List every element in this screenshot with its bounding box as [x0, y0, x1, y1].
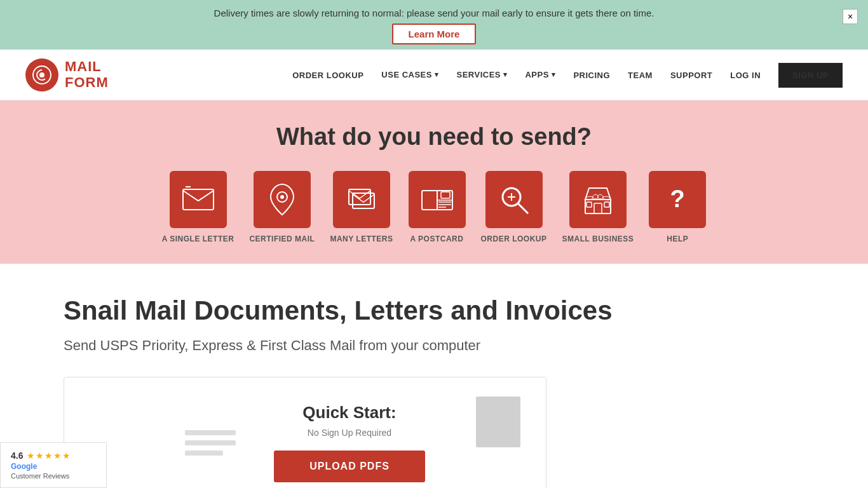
certified-mail-label: CERTIFIED MAIL: [249, 234, 315, 243]
navbar: MAIL FORM ORDER LOOKUP USE CASES SERVICE…: [0, 50, 868, 100]
logo-link[interactable]: MAIL FORM: [25, 58, 109, 92]
banner-message: Delivery times are slowly returning to n…: [38, 8, 830, 18]
quickstart-center: Quick Start: No Sign Up Required UPLOAD …: [274, 403, 425, 482]
icon-item-single-letter[interactable]: A SINGLE LETTER: [162, 171, 234, 243]
google-brand: Google: [11, 462, 96, 471]
google-reviews-badge: 4.6 ★★★★★ Google Customer Reviews: [0, 442, 107, 488]
order-lookup-icon: [485, 171, 543, 228]
postcard-icon: [409, 171, 466, 228]
help-label: HELP: [667, 234, 688, 243]
help-icon: ?: [649, 171, 706, 228]
google-rating: 4.6 ★★★★★: [11, 451, 96, 461]
main-subtitle: Send USPS Priority, Express & First Clas…: [64, 337, 804, 354]
nav-item-team[interactable]: TEAM: [628, 69, 653, 81]
letter-line-3: [185, 451, 223, 456]
postcard-label: A POSTCARD: [410, 234, 464, 243]
letter-line-1: [185, 430, 236, 435]
main-content: Snail Mail Documents, Letters and Invoic…: [0, 264, 868, 488]
nav-item-services[interactable]: SERVICES: [456, 70, 507, 79]
quickstart-card: Quick Start: No Sign Up Required UPLOAD …: [64, 377, 546, 488]
hero-section: What do you need to send? A SINGLE LETTE…: [0, 100, 868, 264]
quickstart-title: Quick Start:: [274, 403, 425, 423]
nav-item-pricing[interactable]: PRICING: [573, 69, 610, 81]
letter-preview: [185, 430, 236, 456]
rating-number: 4.6: [11, 451, 23, 461]
single-letter-label: A SINGLE LETTER: [162, 234, 234, 243]
icon-item-certified-mail[interactable]: CERTIFIED MAIL: [249, 171, 315, 243]
svg-rect-21: [594, 203, 602, 214]
svg-rect-23: [604, 202, 609, 207]
svg-rect-12: [441, 192, 450, 198]
svg-rect-2: [183, 189, 214, 210]
stamp-decoration: [476, 396, 520, 447]
small-business-icon: [569, 171, 627, 228]
svg-text:?: ?: [670, 186, 685, 212]
nav-link-apps[interactable]: APPS: [525, 70, 555, 79]
quickstart-subtitle: No Sign Up Required: [274, 428, 425, 438]
certified-mail-icon: [254, 171, 311, 228]
nav-item-apps[interactable]: APPS: [525, 70, 555, 79]
svg-line-17: [518, 203, 528, 214]
many-letters-label: MANY LETTERS: [330, 234, 393, 243]
logo-svg: [32, 65, 52, 85]
svg-point-6: [280, 195, 284, 199]
reviews-label: Customer Reviews: [11, 472, 96, 480]
nav-link-services[interactable]: SERVICES: [456, 70, 507, 79]
icon-item-order-lookup[interactable]: ORDER LOOKUP: [481, 171, 547, 243]
order-lookup-label: ORDER LOOKUP: [481, 234, 547, 243]
nav-item-login[interactable]: LOG IN: [730, 69, 761, 81]
nav-btn-signup[interactable]: SIGN UP: [778, 63, 843, 88]
logo-icon: [25, 58, 58, 92]
learn-more-button[interactable]: Learn More: [392, 24, 477, 44]
nav-item-order-lookup[interactable]: ORDER LOOKUP: [292, 69, 363, 81]
many-letters-icon: [333, 171, 390, 228]
hero-title: What do you need to send?: [25, 123, 843, 151]
announcement-banner: Delivery times are slowly returning to n…: [0, 0, 868, 50]
nav-link-team[interactable]: TEAM: [628, 71, 653, 80]
nav-link-support[interactable]: SUPPORT: [670, 71, 712, 80]
nav-link-order-lookup[interactable]: ORDER LOOKUP: [292, 71, 363, 80]
rating-stars: ★★★★★: [27, 451, 71, 461]
letter-line-2: [185, 440, 236, 445]
icon-item-help[interactable]: ? HELP: [649, 171, 706, 243]
nav-item-support[interactable]: SUPPORT: [670, 69, 712, 81]
nav-item-signup[interactable]: SIGN UP: [778, 69, 843, 81]
nav-link-use-cases[interactable]: USE CASES: [381, 70, 438, 79]
banner-close-button[interactable]: ×: [843, 9, 858, 24]
single-letter-icon: [170, 171, 227, 228]
nav-item-use-cases[interactable]: USE CASES: [381, 70, 438, 79]
nav-link-pricing[interactable]: PRICING: [573, 71, 610, 80]
icon-item-small-business[interactable]: SMALL BUSINESS: [562, 171, 634, 243]
svg-rect-22: [587, 202, 592, 207]
nav-link-login[interactable]: LOG IN: [730, 71, 761, 80]
small-business-label: SMALL BUSINESS: [562, 234, 634, 243]
upload-pdf-button[interactable]: UPLOAD PDFs: [274, 451, 425, 482]
icon-item-postcard[interactable]: A POSTCARD: [409, 171, 466, 243]
nav-links: ORDER LOOKUP USE CASES SERVICES APPS PRI…: [292, 69, 843, 81]
main-title: Snail Mail Documents, Letters and Invoic…: [64, 295, 804, 326]
icon-item-many-letters[interactable]: MANY LETTERS: [330, 171, 393, 243]
icon-grid: A SINGLE LETTER CERTIFIED MAIL: [25, 171, 843, 243]
svg-point-1: [39, 72, 44, 78]
logo-text: MAIL FORM: [65, 59, 109, 90]
